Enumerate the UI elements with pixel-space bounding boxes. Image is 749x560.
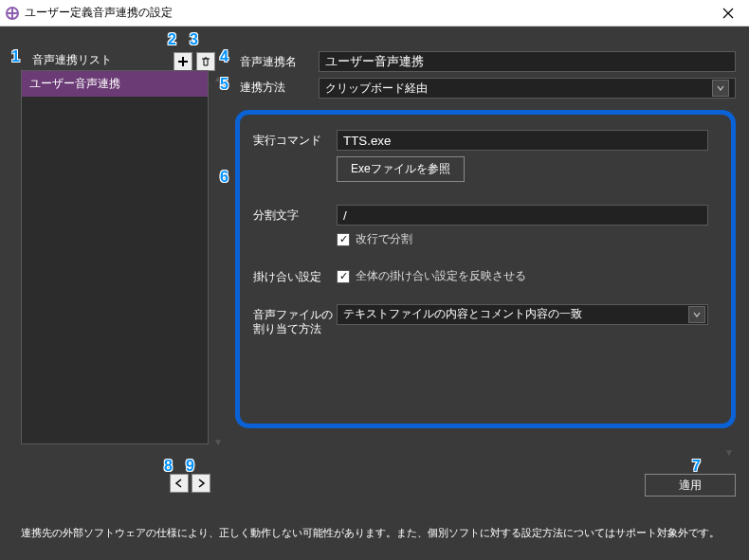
kakeai-label: 掛け合い設定 — [253, 266, 337, 285]
split-checkbox-label: 改行で分割 — [356, 231, 412, 247]
annotation-6: 6 — [220, 169, 228, 186]
method-label: 連携方法 — [240, 80, 285, 96]
method-value: クリップボード経由 — [325, 81, 428, 97]
split-newline-checkbox[interactable]: ✓ — [337, 233, 350, 246]
annotation-1: 1 — [11, 48, 20, 65]
close-button[interactable] — [707, 0, 749, 27]
assign-label: 音声ファイルの割り当て方法 — [253, 304, 337, 337]
arrow-right-icon — [195, 478, 207, 489]
kakeai-checkbox[interactable]: ✓ — [337, 270, 350, 283]
annotation-3: 3 — [190, 31, 198, 48]
chevron-down-icon — [712, 80, 729, 97]
split-input[interactable] — [337, 205, 708, 226]
app-icon — [6, 7, 19, 20]
trash-icon — [200, 56, 211, 67]
scroll-down-icon: ▼ — [724, 447, 734, 458]
split-label: 分割文字 — [253, 205, 337, 224]
plus-icon — [177, 56, 189, 67]
chevron-down-icon — [688, 306, 705, 323]
close-icon — [722, 8, 734, 19]
annotation-9: 9 — [186, 458, 194, 475]
window-title: ユーザー定義音声連携の設定 — [25, 5, 707, 21]
assign-select[interactable]: テキストファイルの内容とコメント内容の一致 — [337, 304, 708, 325]
annotation-8: 8 — [164, 458, 173, 475]
annotation-4: 4 — [220, 48, 228, 65]
list-heading: 音声連携リスト — [32, 52, 112, 68]
assign-value: テキストファイルの内容とコメント内容の一致 — [343, 306, 582, 322]
apply-button[interactable]: 適用 — [645, 474, 736, 497]
settings-panel: 実行コマンド Exeファイルを参照 分割文字 ✓ 改行で分割 掛け合い設定 ✓ … — [235, 110, 736, 428]
forward-button[interactable] — [192, 474, 210, 493]
name-label: 音声連携名 — [240, 54, 297, 70]
annotation-5: 5 — [220, 76, 228, 93]
check-icon: ✓ — [339, 271, 348, 281]
arrow-left-icon — [174, 478, 185, 489]
name-input[interactable] — [319, 51, 736, 72]
titlebar: ユーザー定義音声連携の設定 — [0, 0, 749, 27]
add-button[interactable] — [174, 52, 192, 71]
list-item[interactable]: ユーザー音声連携 — [22, 71, 208, 97]
browse-exe-button[interactable]: Exeファイルを参照 — [337, 156, 465, 182]
method-select[interactable]: クリップボード経由 — [319, 78, 736, 99]
annotation-7: 7 — [692, 458, 701, 475]
check-icon: ✓ — [339, 234, 348, 244]
footer-note: 連携先の外部ソフトウェアの仕様により、正しく動作しない可能性があります。また、個… — [21, 526, 720, 540]
cmd-label: 実行コマンド — [253, 130, 337, 149]
back-button[interactable] — [170, 474, 189, 493]
kakeai-checkbox-label: 全体の掛け合い設定を反映させる — [356, 268, 526, 284]
cmd-input[interactable] — [337, 130, 708, 151]
voice-link-list[interactable]: ユーザー音声連携 — [21, 70, 209, 444]
delete-button[interactable] — [196, 52, 215, 71]
scroll-down-icon: ▼ — [213, 437, 223, 447]
annotation-2: 2 — [168, 31, 176, 48]
